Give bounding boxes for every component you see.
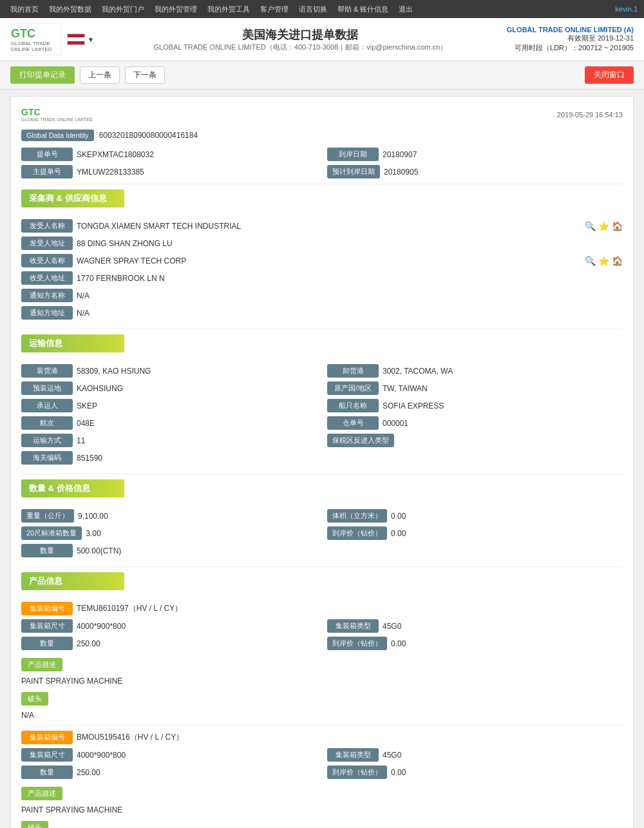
container1-desc-label: 产品描述	[21, 658, 62, 671]
next-button[interactable]: 下一条	[125, 66, 165, 84]
bill-no-label: 提单号	[21, 148, 73, 161]
container1-banktou-label: 破头	[21, 692, 48, 706]
container-reverse-label: 保税区反进入类型	[327, 434, 394, 447]
container2-no-row: 集装箱编号 BMOU5195416（HV / L / CY）	[21, 731, 623, 744]
warehouse-bill-row: 仓单号 000001	[327, 416, 623, 430]
print-button[interactable]: 打印提单记录	[10, 66, 75, 84]
pre-carriage-value: KAOHSIUNG	[77, 384, 317, 393]
sender-name-label: 发受人名称	[21, 219, 73, 233]
customs-code-label: 海关编码	[21, 451, 73, 465]
pre-carriage-label: 预装运地	[21, 381, 73, 395]
carrier-value: SKEP	[77, 401, 317, 410]
card-header-row: GTC GLOBAL TRADE ONLINE LIMITED 2019-05-…	[21, 107, 623, 122]
sender-addr-value: 88 DING SHAN ZHONG LU	[77, 239, 623, 248]
arrival-price-value: 0.00	[391, 529, 623, 538]
container1-desc-value: PAINT SPRAYING MACHINE	[21, 677, 623, 686]
nav-trade-manage[interactable]: 我的外贸管理	[151, 5, 201, 14]
page-header: GTC GLOBAL TRADE ONLINE LIMITED ▼ 美国海关进口…	[0, 18, 644, 61]
voyage-row: 航次 048E	[21, 416, 317, 430]
nav-language[interactable]: 语言切换	[295, 5, 331, 14]
main-content: GTC GLOBAL TRADE ONLINE LIMITED 2019-05-…	[0, 90, 644, 828]
container1-price-value: 0.00	[391, 639, 623, 648]
warehouse-bill-label: 仓单号	[327, 416, 379, 430]
nav-trade-portal[interactable]: 我的外贸门户	[98, 5, 148, 14]
global-id-row: Global Data Identity 6003201809008000041…	[21, 130, 623, 141]
master-bill-label: 主提单号	[21, 165, 73, 178]
logo-area: GTC GLOBAL TRADE ONLINE LIMITED ▼	[10, 23, 94, 55]
arrival-date-row: 到岸日期 20180907	[327, 148, 623, 161]
sender-addr-label: 发受人地址	[21, 236, 73, 250]
arrival-price-label: 到岸价（钻价）	[327, 526, 387, 540]
estimated-date-label: 预计到岸日期	[327, 165, 380, 178]
sender-search-icon[interactable]: 🔍	[585, 221, 596, 231]
nav-trade-data[interactable]: 我的外贸数据	[45, 5, 95, 14]
pre-carriage-row: 预装运地 KAOHSIUNG	[21, 381, 317, 395]
buyer-supplier-title: 采集商 & 供应商信息	[21, 189, 124, 207]
container1-qty-label: 数量	[21, 637, 73, 650]
sender-actions: 🔍 ⭐ 🏠	[585, 221, 623, 231]
unload-port-value: 3002, TACOMA, WA	[383, 367, 623, 376]
vessel-name-value: SOFIA EXPRESS	[383, 401, 623, 410]
receiver-search-icon[interactable]: 🔍	[585, 256, 596, 266]
container1-type-row: 集装箱类型 45G0	[327, 619, 623, 633]
container2-price-label: 到岸价（钻价）	[327, 765, 387, 779]
receiver-addr-label: 收受人地址	[21, 271, 73, 285]
quantity-price-fields: 重量（公斤） 9,100.00 体积（立方米） 0.00 20尺标准箱数量 3.…	[21, 509, 623, 540]
card-logo-text: GTC	[21, 107, 99, 117]
nav-logout[interactable]: 退出	[395, 5, 417, 14]
nav-home[interactable]: 我的首页	[6, 5, 43, 14]
close-window-button[interactable]: 关闭窗口	[585, 66, 634, 84]
flag-arrow[interactable]: ▼	[88, 36, 94, 43]
container1-size-label: 集装箱尺寸	[21, 619, 73, 633]
global-id-value: 60032018090080000416184	[99, 131, 198, 140]
container2-size-value: 4000*900*800	[77, 751, 317, 760]
vessel-name-label: 船只名称	[327, 399, 379, 412]
quantity-price-title: 数量 & 价格信息	[21, 479, 124, 497]
header-right-info: GLOBAL TRADE ONLINE LIMITED (A) 有效期至 201…	[507, 26, 634, 53]
top-toolbar: 打印提单记录 上一条 下一条 关闭窗口	[0, 61, 644, 90]
sender-star-icon[interactable]: ⭐	[598, 221, 609, 231]
nav-help[interactable]: 帮助 & 账什信息	[334, 5, 392, 14]
container1-fields: 集装箱尺寸 4000*900*800 集装箱类型 45G0 数量 250.00 …	[21, 619, 623, 650]
card-logo-sub: GLOBAL TRADE ONLINE LIMITED	[21, 117, 99, 122]
customs-code-row: 海关编码 851590	[21, 451, 623, 465]
unload-port-row: 卸货港 3002, TACOMA, WA	[327, 364, 623, 378]
container2-no-value: BMOU5195416（HV / L / CY）	[77, 732, 623, 743]
receiver-star-icon[interactable]: ⭐	[598, 256, 609, 266]
bill-fields: 提单号 SKEPXMTAC1808032 到岸日期 20180907 主提单号 …	[21, 148, 623, 178]
nav-items: 我的首页 我的外贸数据 我的外贸门户 我的外贸管理 我的外贸工具 客户管理 语言…	[6, 5, 417, 14]
sender-home-icon[interactable]: 🏠	[612, 221, 623, 231]
arrival-date-value: 20180907	[383, 150, 623, 159]
notify-addr-value: N/A	[77, 309, 623, 318]
container1-type-label: 集装箱类型	[327, 619, 379, 633]
container1-qty-row: 数量 250.00	[21, 637, 317, 650]
container2-qty-label: 数量	[21, 765, 73, 779]
weight-row: 重量（公斤） 9,100.00	[21, 509, 317, 523]
toolbar-left-buttons: 打印提单记录 上一条 下一条	[10, 66, 165, 84]
container1-type-value: 45G0	[383, 622, 623, 631]
carrier-label: 承运人	[21, 399, 73, 412]
logo-sub: GLOBAL TRADE ONLINE LIMITED	[11, 41, 61, 52]
nav-trade-tools[interactable]: 我的外贸工具	[204, 5, 254, 14]
notify-addr-label: 通知方地址	[21, 306, 73, 320]
container2-desc-label: 产品描述	[21, 787, 62, 800]
quantity-row: 数量 500.00(CTN)	[21, 544, 623, 557]
card-logo: GTC GLOBAL TRADE ONLINE LIMITED	[21, 107, 99, 122]
transport-mode-row: 运输方式 11	[21, 434, 317, 447]
container1-no-row: 集装箱编号 TEMU8610197（HV / L / CY）	[21, 602, 623, 615]
bill-no-row: 提单号 SKEPXMTAC1808032	[21, 148, 317, 161]
container20-row: 20尺标准箱数量 3.00	[21, 526, 317, 540]
container2-size-label: 集装箱尺寸	[21, 748, 73, 762]
prev-button[interactable]: 上一条	[80, 66, 120, 84]
container2-type-row: 集装箱类型 45G0	[327, 748, 623, 762]
vessel-name-row: 船只名称 SOFIA EXPRESS	[327, 399, 623, 412]
receiver-home-icon[interactable]: 🏠	[612, 256, 623, 266]
warehouse-bill-value: 000001	[383, 419, 623, 428]
container1-price-label: 到岸价（钻价）	[327, 637, 387, 650]
container2-no-label: 集装箱编号	[21, 731, 73, 744]
container2-price-value: 0.00	[391, 768, 623, 777]
volume-value: 0.00	[391, 512, 623, 521]
nav-customer[interactable]: 客户管理	[256, 5, 292, 14]
bill-no-value: SKEPXMTAC1808032	[77, 150, 317, 159]
receiver-name-value: WAGNER SPRAY TECH CORP	[77, 256, 581, 265]
